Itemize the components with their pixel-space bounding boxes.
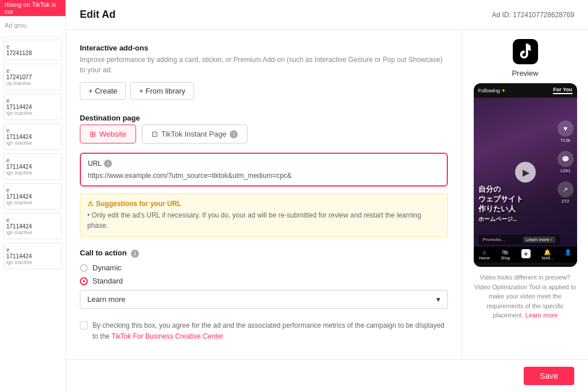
sidebar-adgroup-label: Ad grou xyxy=(5,22,61,29)
sidebar-row[interactable]: e17114424ign inactive xyxy=(3,153,62,180)
preview-panel: Preview Following ✦ For You xyxy=(462,30,588,359)
destination-title: Destination page xyxy=(80,114,448,122)
phone-comment-icon: 💬 1281 xyxy=(558,151,574,173)
phone-learn-more[interactable]: Learn more › xyxy=(523,236,555,243)
interactive-addons-desc: Improve performance by adding a card, st… xyxy=(80,55,448,75)
url-section: URL i xyxy=(80,153,448,187)
sidebar-row[interactable]: e17241128 xyxy=(3,40,62,60)
tiktok-instant-icon: ⊡ xyxy=(152,130,158,138)
interactive-addons-buttons: + Create + From library xyxy=(80,82,448,100)
notifications-icon: 🔔 xyxy=(544,249,551,255)
phone-overlay-text: 自分のウェブサイト作りたい人ホームページ... xyxy=(478,185,523,224)
page-footer: Save xyxy=(66,359,588,392)
phone-following: Following ✦ xyxy=(478,87,506,94)
sidebar-ad-section: Ad grou xyxy=(0,16,65,37)
phone-profile-nav: 👤 xyxy=(564,249,571,260)
save-button[interactable]: Save xyxy=(524,367,574,385)
content-area: Interactive add-ons Improve performance … xyxy=(66,30,588,359)
heart-icon: ♥ xyxy=(563,125,567,133)
url-info-icon[interactable]: i xyxy=(104,160,112,168)
cta-radio-group: Dynamic Standard xyxy=(80,263,448,285)
preview-note: Video looks different in preview? Video … xyxy=(471,273,579,320)
create-button[interactable]: + Create xyxy=(80,82,126,100)
profile-icon: 👤 xyxy=(564,249,571,255)
phone-foryou: For You xyxy=(553,87,572,94)
agreement-checkbox[interactable] xyxy=(80,321,88,329)
chevron-right-icon: › xyxy=(551,237,552,242)
suggestion-box: ⚠ Suggestions for your URL • Only edit t… xyxy=(80,193,448,237)
play-button[interactable]: ▶ xyxy=(515,162,536,183)
cta-dynamic-option[interactable]: Dynamic xyxy=(80,263,448,272)
cta-dynamic-radio[interactable] xyxy=(80,264,88,272)
play-icon: ▶ xyxy=(523,167,529,178)
main-content: Edit Ad Ad ID: 1724107728628769 Interact… xyxy=(66,0,588,392)
preview-learn-more-link[interactable]: Learn more xyxy=(525,312,558,319)
cta-title: Call to action i xyxy=(80,249,448,258)
form-area: Interactive add-ons Improve performance … xyxy=(66,30,462,359)
url-label: URL i xyxy=(88,160,440,168)
from-library-button[interactable]: + From library xyxy=(130,82,194,100)
website-button[interactable]: ⊞ Website xyxy=(80,125,136,143)
page-title: Edit Ad xyxy=(80,9,115,21)
cta-standard-radio[interactable] xyxy=(80,277,88,285)
shop-icon: 🛍 xyxy=(502,249,508,255)
phone-promo-text: Promotio... xyxy=(483,237,505,242)
interactive-addons-title: Interactive add-ons xyxy=(80,44,448,52)
destination-section: Destination page ⊞ Website ⊡ TikTok Inst… xyxy=(80,114,448,143)
tiktok-instant-button[interactable]: ⊡ TikTok Instant Page i xyxy=(142,125,248,143)
ad-id: Ad ID: 1724107728628769 xyxy=(492,11,574,19)
interactive-addons-section: Interactive add-ons Improve performance … xyxy=(80,44,448,100)
sidebar-banner: rtising on TikTok is cur xyxy=(0,0,65,16)
heart-count: 713k xyxy=(560,138,570,143)
sidebar-rows: e17241128e17241077up inactivee17114424ig… xyxy=(0,37,65,392)
destination-buttons: ⊞ Website ⊡ TikTok Instant Page i xyxy=(80,125,448,143)
phone-add-nav: + xyxy=(521,249,531,260)
share-icon: ↗ xyxy=(563,186,568,193)
preview-label: Preview xyxy=(512,69,538,77)
phone-learn-more-bar: Promotio... Learn more › xyxy=(478,235,560,244)
checkbox-row: By checking this box, you agree for the … xyxy=(80,320,448,342)
url-section-container: ➞ URL i xyxy=(80,153,448,187)
tiktok-instant-info-icon[interactable]: i xyxy=(230,130,238,138)
website-icon: ⊞ xyxy=(90,130,96,138)
cta-info-icon[interactable]: i xyxy=(131,250,139,258)
sidebar-row[interactable]: e17114424ign inactive xyxy=(3,243,62,269)
phone-home-nav: ⌂ Home xyxy=(479,249,490,260)
page-header: Edit Ad Ad ID: 1724107728628769 xyxy=(66,0,588,30)
checkbox-text: By checking this box, you agree for the … xyxy=(92,320,448,342)
phone-share-icon: ↗ 272 xyxy=(558,181,574,204)
cta-dropdown[interactable]: Learn more ▾ xyxy=(80,290,448,309)
phone-right-icons: ♥ 713k 💬 1281 xyxy=(558,121,574,204)
sidebar-row[interactable]: e17114424ign inactive xyxy=(3,123,62,150)
sidebar-row[interactable]: e17241077up inactive xyxy=(3,64,62,90)
phone-shop-nav: 🛍 Shop xyxy=(501,249,510,260)
sidebar: rtising on TikTok is cur Ad grou e172411… xyxy=(0,0,66,392)
tiktok-logo xyxy=(513,39,538,64)
suggestion-text: • Only edit the ad's URL if necessary. I… xyxy=(87,210,440,231)
phone-notifications-nav: 🔔 Notif... xyxy=(541,249,553,260)
url-input[interactable] xyxy=(88,172,440,180)
phone-header: Following ✦ For You xyxy=(474,83,577,98)
home-icon: ⌂ xyxy=(482,249,486,255)
cta-standard-option[interactable]: Standard xyxy=(80,277,448,285)
comment-icon: 💬 xyxy=(562,156,570,163)
phone-heart-icon: ♥ 713k xyxy=(558,121,574,143)
chevron-down-icon: ▾ xyxy=(436,295,440,304)
star-icon: ✦ xyxy=(501,88,506,94)
warning-icon: ⚠ xyxy=(87,200,94,208)
sidebar-row[interactable]: e17114424ign inactive xyxy=(3,94,62,120)
sidebar-row[interactable]: e17114424ign inactive xyxy=(3,183,62,209)
sidebar-row[interactable]: e17114424ign inactive xyxy=(3,213,62,239)
add-icon: + xyxy=(521,249,531,258)
cta-section: Call to action i Dynamic Standard xyxy=(80,249,448,309)
phone-bottom-nav: ⌂ Home 🛍 Shop + 🔔 Notif... xyxy=(474,247,577,262)
share-count: 272 xyxy=(562,199,569,204)
preview-phone: Following ✦ For You ♥ xyxy=(474,83,577,267)
creative-center-link[interactable]: TikTok For Business Creative Center xyxy=(111,332,223,340)
comment-count: 1281 xyxy=(560,168,571,173)
phone-video-content: ♥ 713k 💬 1281 xyxy=(474,98,577,247)
suggestion-title: ⚠ Suggestions for your URL xyxy=(87,200,440,208)
